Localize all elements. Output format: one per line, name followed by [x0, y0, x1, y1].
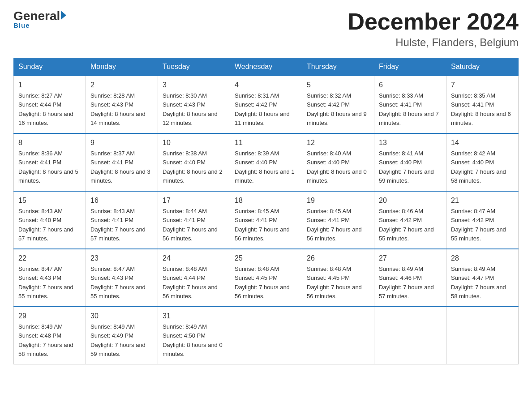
- table-row: [374, 307, 446, 364]
- table-row: [230, 307, 302, 364]
- col-sunday: Sunday: [14, 58, 86, 76]
- col-wednesday: Wednesday: [230, 58, 302, 76]
- col-friday: Friday: [374, 58, 446, 76]
- table-row: 11 Sunrise: 8:39 AMSunset: 4:40 PMDaylig…: [230, 133, 302, 191]
- table-row: 14 Sunrise: 8:42 AMSunset: 4:40 PMDaylig…: [446, 133, 519, 191]
- day-number: 17: [163, 195, 225, 206]
- calendar-week-row: 8 Sunrise: 8:36 AMSunset: 4:41 PMDayligh…: [14, 133, 519, 191]
- day-info: Sunrise: 8:48 AMSunset: 4:44 PMDaylight:…: [163, 265, 218, 300]
- table-row: 30 Sunrise: 8:49 AMSunset: 4:49 PMDaylig…: [86, 307, 158, 364]
- day-info: Sunrise: 8:43 AMSunset: 4:41 PMDaylight:…: [90, 208, 146, 242]
- day-info: Sunrise: 8:43 AMSunset: 4:40 PMDaylight:…: [18, 208, 73, 242]
- table-row: 19 Sunrise: 8:45 AMSunset: 4:41 PMDaylig…: [302, 191, 374, 249]
- day-info: Sunrise: 8:49 AMSunset: 4:46 PMDaylight:…: [379, 265, 434, 300]
- table-row: 26 Sunrise: 8:48 AMSunset: 4:45 PMDaylig…: [302, 249, 374, 307]
- day-info: Sunrise: 8:35 AMSunset: 4:41 PMDaylight:…: [451, 92, 511, 126]
- day-info: Sunrise: 8:44 AMSunset: 4:41 PMDaylight:…: [163, 208, 218, 242]
- day-number: 20: [379, 195, 442, 206]
- table-row: 31 Sunrise: 8:49 AMSunset: 4:50 PMDaylig…: [158, 307, 230, 364]
- day-number: 10: [163, 137, 225, 148]
- day-number: 24: [163, 253, 225, 264]
- day-number: 12: [307, 137, 369, 148]
- day-number: 31: [163, 311, 225, 321]
- day-number: 6: [379, 80, 442, 90]
- day-number: 4: [235, 80, 297, 90]
- day-info: Sunrise: 8:49 AMSunset: 4:47 PMDaylight:…: [451, 265, 506, 300]
- day-number: 3: [163, 80, 225, 90]
- calendar-week-row: 29 Sunrise: 8:49 AMSunset: 4:48 PMDaylig…: [14, 307, 519, 364]
- table-row: 25 Sunrise: 8:48 AMSunset: 4:45 PMDaylig…: [230, 249, 302, 307]
- table-row: [302, 307, 374, 364]
- calendar-week-row: 1 Sunrise: 8:27 AMSunset: 4:44 PMDayligh…: [14, 76, 519, 133]
- calendar-week-row: 22 Sunrise: 8:47 AMSunset: 4:43 PMDaylig…: [14, 249, 519, 307]
- logo-triangle-icon: [61, 11, 66, 20]
- table-row: 5 Sunrise: 8:32 AMSunset: 4:42 PMDayligh…: [302, 76, 374, 133]
- table-row: 9 Sunrise: 8:37 AMSunset: 4:41 PMDayligh…: [86, 133, 158, 191]
- table-row: 2 Sunrise: 8:28 AMSunset: 4:43 PMDayligh…: [86, 76, 158, 133]
- day-info: Sunrise: 8:45 AMSunset: 4:41 PMDaylight:…: [235, 208, 290, 242]
- day-number: 28: [451, 253, 514, 264]
- day-info: Sunrise: 8:41 AMSunset: 4:40 PMDaylight:…: [379, 150, 434, 184]
- day-number: 5: [307, 80, 369, 90]
- table-row: 15 Sunrise: 8:43 AMSunset: 4:40 PMDaylig…: [14, 191, 86, 249]
- table-row: 29 Sunrise: 8:49 AMSunset: 4:48 PMDaylig…: [14, 307, 86, 364]
- day-info: Sunrise: 8:28 AMSunset: 4:43 PMDaylight:…: [90, 92, 146, 126]
- table-row: 4 Sunrise: 8:31 AMSunset: 4:42 PMDayligh…: [230, 76, 302, 133]
- day-info: Sunrise: 8:47 AMSunset: 4:43 PMDaylight:…: [18, 265, 73, 300]
- table-row: 22 Sunrise: 8:47 AMSunset: 4:43 PMDaylig…: [14, 249, 86, 307]
- table-row: 16 Sunrise: 8:43 AMSunset: 4:41 PMDaylig…: [86, 191, 158, 249]
- logo-blue-text: Blue: [13, 21, 30, 29]
- logo: General Blue: [13, 9, 66, 29]
- table-row: 12 Sunrise: 8:40 AMSunset: 4:40 PMDaylig…: [302, 133, 374, 191]
- day-number: 7: [451, 80, 514, 90]
- table-row: 27 Sunrise: 8:49 AMSunset: 4:46 PMDaylig…: [374, 249, 446, 307]
- col-saturday: Saturday: [446, 58, 519, 76]
- day-number: 22: [18, 253, 81, 264]
- page-header: General Blue December 2024 Hulste, Fland…: [13, 9, 519, 49]
- day-number: 26: [307, 253, 369, 264]
- table-row: 17 Sunrise: 8:44 AMSunset: 4:41 PMDaylig…: [158, 191, 230, 249]
- col-monday: Monday: [86, 58, 158, 76]
- day-info: Sunrise: 8:38 AMSunset: 4:40 PMDaylight:…: [163, 150, 223, 184]
- table-row: 6 Sunrise: 8:33 AMSunset: 4:41 PMDayligh…: [374, 76, 446, 133]
- day-info: Sunrise: 8:31 AMSunset: 4:42 PMDaylight:…: [235, 92, 290, 126]
- day-number: 8: [18, 137, 81, 148]
- table-row: 7 Sunrise: 8:35 AMSunset: 4:41 PMDayligh…: [446, 76, 519, 133]
- day-number: 15: [18, 195, 81, 206]
- day-info: Sunrise: 8:33 AMSunset: 4:41 PMDaylight:…: [379, 92, 439, 126]
- table-row: 13 Sunrise: 8:41 AMSunset: 4:40 PMDaylig…: [374, 133, 446, 191]
- table-row: [446, 307, 519, 364]
- day-info: Sunrise: 8:49 AMSunset: 4:49 PMDaylight:…: [90, 323, 146, 357]
- day-info: Sunrise: 8:48 AMSunset: 4:45 PMDaylight:…: [235, 265, 290, 300]
- day-info: Sunrise: 8:39 AMSunset: 4:40 PMDaylight:…: [235, 150, 295, 184]
- day-info: Sunrise: 8:49 AMSunset: 4:48 PMDaylight:…: [18, 323, 73, 357]
- day-number: 1: [18, 80, 81, 90]
- calendar-table: Sunday Monday Tuesday Wednesday Thursday…: [13, 58, 519, 364]
- col-tuesday: Tuesday: [158, 58, 230, 76]
- day-info: Sunrise: 8:49 AMSunset: 4:50 PMDaylight:…: [163, 323, 223, 357]
- day-number: 30: [90, 311, 153, 321]
- day-number: 23: [90, 253, 153, 264]
- table-row: 20 Sunrise: 8:46 AMSunset: 4:42 PMDaylig…: [374, 191, 446, 249]
- day-info: Sunrise: 8:37 AMSunset: 4:41 PMDaylight:…: [90, 150, 150, 184]
- day-number: 29: [18, 311, 81, 321]
- day-number: 21: [451, 195, 514, 206]
- day-number: 2: [90, 80, 153, 90]
- day-number: 11: [235, 137, 297, 148]
- day-info: Sunrise: 8:30 AMSunset: 4:43 PMDaylight:…: [163, 92, 218, 126]
- day-info: Sunrise: 8:36 AMSunset: 4:41 PMDaylight:…: [18, 150, 78, 184]
- table-row: 18 Sunrise: 8:45 AMSunset: 4:41 PMDaylig…: [230, 191, 302, 249]
- location-subtitle: Hulste, Flanders, Belgium: [348, 36, 519, 49]
- day-number: 14: [451, 137, 514, 148]
- day-info: Sunrise: 8:47 AMSunset: 4:43 PMDaylight:…: [90, 265, 146, 300]
- day-number: 25: [235, 253, 297, 264]
- day-info: Sunrise: 8:32 AMSunset: 4:42 PMDaylight:…: [307, 92, 367, 126]
- table-row: 1 Sunrise: 8:27 AMSunset: 4:44 PMDayligh…: [14, 76, 86, 133]
- day-info: Sunrise: 8:45 AMSunset: 4:41 PMDaylight:…: [307, 208, 362, 242]
- table-row: 24 Sunrise: 8:48 AMSunset: 4:44 PMDaylig…: [158, 249, 230, 307]
- day-number: 16: [90, 195, 153, 206]
- table-row: 28 Sunrise: 8:49 AMSunset: 4:47 PMDaylig…: [446, 249, 519, 307]
- day-info: Sunrise: 8:46 AMSunset: 4:42 PMDaylight:…: [379, 208, 434, 242]
- table-row: 8 Sunrise: 8:36 AMSunset: 4:41 PMDayligh…: [14, 133, 86, 191]
- col-thursday: Thursday: [302, 58, 374, 76]
